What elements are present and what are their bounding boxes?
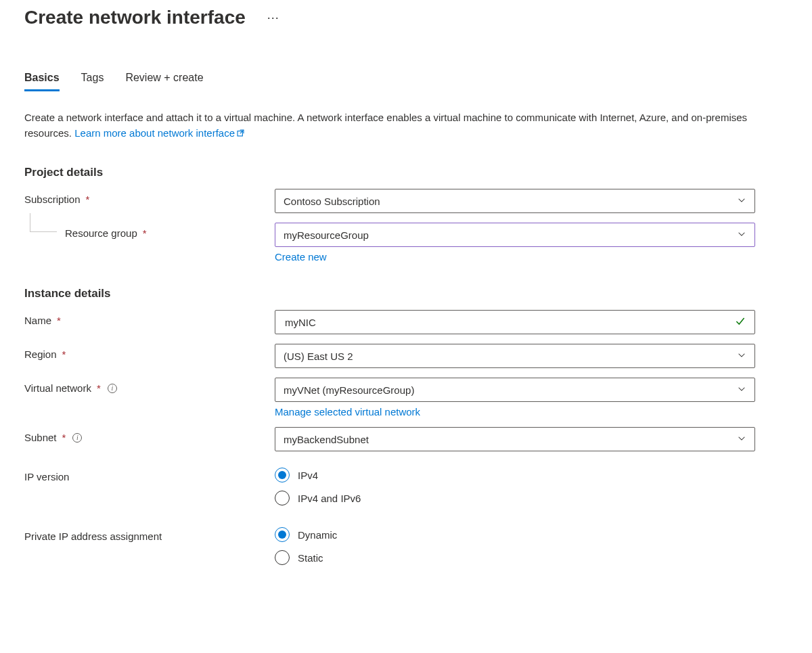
instance-details-heading: Instance details [24,287,788,300]
page-title: Create network interface [24,7,246,28]
private-ip-radio-group: Dynamic Static [275,526,755,565]
info-icon[interactable]: i [108,384,117,393]
ip-version-label: IP version [24,466,275,482]
radio-icon [275,527,290,542]
resource-group-value: myResourceGroup [284,229,369,241]
tab-tags[interactable]: Tags [81,72,104,91]
subscription-value: Contoso Subscription [284,196,380,207]
resource-group-label: Resource group* [24,223,275,239]
private-ip-dynamic-radio[interactable]: Dynamic [275,527,755,542]
subnet-value: myBackendSubnet [284,434,369,445]
name-input[interactable] [284,311,746,334]
region-label: Region* [24,344,275,360]
subnet-select[interactable]: myBackendSubnet [275,427,755,451]
chevron-down-icon [737,351,746,362]
chevron-down-icon [737,229,746,241]
private-ip-label: Private IP address assignment [24,526,275,542]
radio-label: IPv4 and IPv6 [298,493,361,504]
tab-review-create[interactable]: Review + create [125,72,203,91]
chevron-down-icon [737,384,746,396]
tab-basics[interactable]: Basics [24,72,60,91]
project-details-heading: Project details [24,166,788,179]
intro-text: Create a network interface and attach it… [24,110,769,141]
radio-label: IPv4 [298,470,318,481]
external-link-icon [236,127,245,142]
subscription-select[interactable]: Contoso Subscription [275,189,755,213]
vnet-value: myVNet (myResourceGroup) [284,384,414,396]
ip-version-radio-group: IPv4 IPv4 and IPv6 [275,466,755,505]
vnet-label: Virtual network* i [24,378,275,394]
tab-bar: Basics Tags Review + create [24,72,788,91]
check-icon [734,315,746,330]
region-select[interactable]: (US) East US 2 [275,344,755,368]
info-icon[interactable]: i [72,433,82,443]
chevron-down-icon [737,434,746,445]
region-value: (US) East US 2 [284,351,353,362]
subnet-label: Subnet* i [24,427,275,443]
radio-icon [275,491,290,505]
name-label: Name* [24,310,275,326]
more-actions-button[interactable]: ··· [262,8,285,28]
vnet-select[interactable]: myVNet (myResourceGroup) [275,378,755,402]
manage-vnet-link[interactable]: Manage selected virtual network [275,406,420,418]
learn-more-link[interactable]: Learn more about network interface [74,127,245,139]
private-ip-static-radio[interactable]: Static [275,550,755,565]
resource-group-select[interactable]: myResourceGroup [275,223,755,247]
ip-version-ipv4-radio[interactable]: IPv4 [275,468,755,482]
radio-label: Static [298,552,323,564]
indent-bracket-icon [30,213,57,232]
chevron-down-icon [737,196,746,207]
radio-label: Dynamic [298,529,337,541]
radio-icon [275,550,290,565]
name-input-wrapper [275,310,755,334]
subscription-label: Subscription* [24,189,275,205]
ip-version-ipv4ipv6-radio[interactable]: IPv4 and IPv6 [275,491,755,505]
radio-icon [275,468,290,482]
create-new-resource-group-link[interactable]: Create new [275,251,327,263]
